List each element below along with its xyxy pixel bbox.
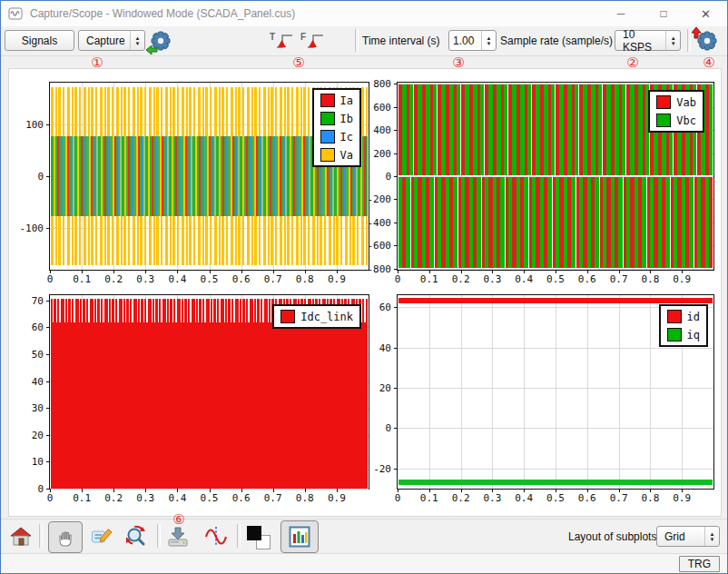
x-tick-label: 0.9	[328, 273, 346, 285]
y-tick-label: 0	[385, 171, 391, 183]
status-bar: TRG	[1, 553, 727, 574]
trigger-f-button[interactable]: F	[300, 31, 324, 51]
x-tick-label: 0.9	[673, 492, 691, 504]
trg-indicator[interactable]: TRG	[679, 556, 720, 572]
x-tick-label: 0.4	[168, 492, 186, 504]
legend: IaIbIcVa	[312, 88, 361, 167]
home-button[interactable]	[8, 525, 34, 549]
spinner-icon[interactable]: ▲▼	[130, 31, 144, 50]
signals-button[interactable]: Signals	[5, 30, 74, 51]
spinner-down-icon: ▼	[710, 537, 715, 542]
y-tick-label: 40	[32, 375, 44, 387]
time-interval-spinbox[interactable]: 1.00 ▲▼	[448, 30, 497, 51]
plot-panel: IaIbIcVa -100010000.10.20.30.40.50.60.70…	[8, 68, 722, 517]
legend-item: Idc_link	[280, 310, 353, 323]
pan-button[interactable]	[48, 521, 83, 553]
legend-swatch	[320, 148, 335, 162]
minimize-button[interactable]: ─	[600, 1, 642, 26]
x-tick-label: 0.5	[201, 492, 219, 504]
y-tick-mark	[46, 435, 50, 436]
signals-button-label: Signals	[22, 35, 57, 47]
annotation-5: ⑤	[292, 56, 304, 70]
gridline	[650, 295, 651, 489]
x-tick-label: 0.6	[578, 273, 596, 285]
spinner-icon[interactable]: ▲▼	[665, 31, 680, 50]
y-tick-label: 200	[373, 147, 391, 159]
toolbar-separator	[237, 524, 241, 548]
waveform-band	[398, 298, 713, 303]
y-tick-label: 60	[379, 302, 391, 313]
gridline	[587, 295, 588, 489]
x-tick-label: 0.8	[641, 492, 659, 504]
x-tick-label: 0.5	[546, 492, 565, 504]
y-tick-label: 70	[32, 294, 44, 306]
plot-canvas[interactable]: IaIbIcVa -100010000.10.20.30.40.50.60.70…	[49, 82, 369, 271]
x-tick-label: 0.6	[232, 492, 251, 504]
x-tick-label: 0.8	[296, 273, 314, 285]
plot-canvas[interactable]: VabVbc -800-600-400-200020040060080000.1…	[397, 82, 714, 271]
subplots-button[interactable]	[280, 520, 319, 553]
legend-swatch	[320, 94, 335, 107]
x-tick-label: 0.4	[168, 273, 186, 285]
gridline	[492, 295, 493, 489]
x-tick-label: 0.7	[610, 273, 628, 285]
plot-dq-currents: idiq -20020406000.10.20.30.40.50.60.70.8…	[397, 294, 714, 490]
x-tick-label: 0.3	[136, 273, 154, 285]
capture-dropdown[interactable]: Capture ▲▼	[78, 30, 145, 51]
x-tick-label: 0.8	[296, 492, 314, 504]
gridline	[429, 295, 430, 489]
plot-canvas[interactable]: Idc_link 01020304050607000.10.20.30.40.5…	[49, 294, 369, 490]
y-tick-mark	[394, 428, 398, 429]
y-tick-label: -20	[373, 462, 391, 474]
capture-dropdown-value: Capture	[86, 35, 125, 47]
color-picker-button[interactable]	[246, 525, 271, 550]
spinner-icon[interactable]: ▲▼	[704, 527, 719, 546]
legend-label: Ib	[340, 113, 353, 125]
y-tick-label: 40	[379, 341, 391, 353]
y-tick-mark	[394, 223, 398, 223]
plot-phase-currents: IaIbIcVa -100010000.10.20.30.40.50.60.70…	[49, 82, 369, 271]
legend-swatch	[320, 112, 335, 125]
waveform-band	[398, 480, 713, 485]
trigger-settings-button[interactable]	[694, 28, 720, 54]
plot-canvas[interactable]: idiq -20020406000.10.20.30.40.50.60.70.8…	[397, 294, 714, 490]
y-tick-mark	[46, 327, 50, 328]
capture-settings-button[interactable]	[148, 28, 173, 54]
trigger-t-button[interactable]: T	[270, 31, 293, 51]
maximize-button[interactable]: □	[643, 1, 684, 26]
zoom-refresh-button[interactable]	[123, 523, 150, 549]
spinner-icon[interactable]: ▲▼	[481, 31, 496, 50]
sample-rate-dropdown[interactable]: 10 KSPS ▲▼	[615, 30, 681, 51]
x-tick-label: 0	[395, 273, 401, 285]
x-tick-label: 0.4	[515, 492, 533, 504]
x-tick-label: 0.7	[264, 492, 282, 504]
legend-item: Vbc	[656, 114, 696, 127]
x-tick-label: 0.2	[104, 492, 123, 504]
close-button[interactable]: ✕	[684, 1, 727, 26]
x-tick-label: 0.1	[73, 492, 91, 504]
legend-swatch	[667, 310, 682, 323]
home-icon	[10, 526, 32, 548]
sine-wave-icon	[205, 526, 227, 548]
y-tick-label: 20	[32, 429, 44, 440]
x-tick-label: 0.8	[641, 273, 659, 285]
x-tick-label: 0.7	[610, 492, 628, 504]
gridline	[461, 295, 462, 489]
x-tick-label: 0.9	[673, 273, 691, 285]
y-tick-mark	[394, 130, 398, 131]
x-tick-label: 0.1	[420, 492, 438, 504]
edit-plot-button[interactable]	[88, 523, 115, 549]
legend-label: id	[687, 311, 700, 323]
layout-dropdown[interactable]: Grid ▲▼	[656, 526, 720, 547]
gridline	[524, 295, 525, 489]
y-tick-label: -600	[368, 240, 392, 252]
legend-label: Vab	[676, 96, 696, 109]
x-tick-label: 0.2	[452, 492, 470, 504]
signal-trace-button[interactable]	[202, 523, 230, 549]
legend-swatch	[656, 114, 671, 127]
x-tick-label: 0.1	[73, 273, 91, 285]
legend-item: Ib	[320, 112, 353, 125]
y-tick-label: 600	[373, 101, 391, 113]
x-tick-label: 0.1	[420, 273, 438, 285]
y-tick-mark	[394, 388, 398, 389]
